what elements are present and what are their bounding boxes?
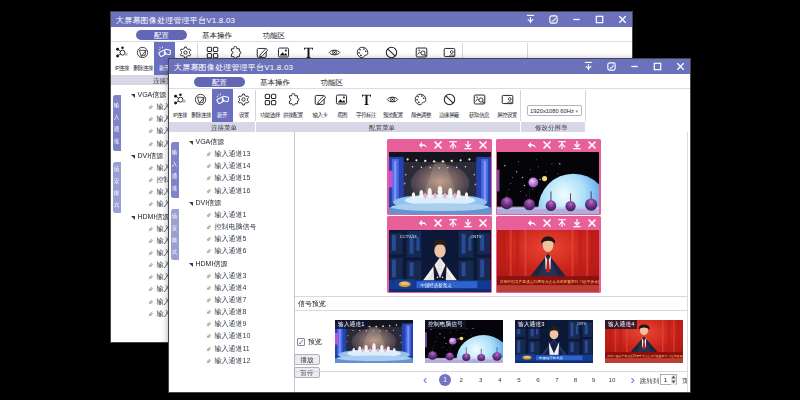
svg-text:CCTV-13: CCTV-13 [400,233,418,238]
svg-text:CNTV: CNTV [577,323,586,327]
svg-text:庆祝中国共产党成立25周年大会在北京隆重举行 习近平发表重要: 庆祝中国共产党成立25周年大会在北京隆重举行 习近平发表重要讲话 [500,278,599,283]
svg-text:CNTV: CNTV [470,233,481,238]
svg-text:庆祝中国共产党成立25周年大会在北京隆重举行 习近平发表重要: 庆祝中国共产党成立25周年大会在北京隆重举行 习近平发表重要讲话 [607,354,683,358]
svg-text:中国经济新亮点: 中国经济新亮点 [420,281,452,287]
svg-text:中国经济新亮点: 中国经济新亮点 [539,355,564,360]
